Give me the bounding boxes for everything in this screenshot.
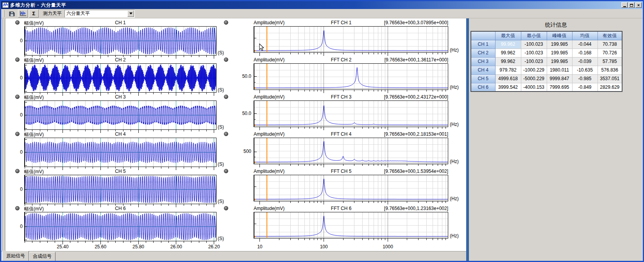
- stats-value-cell[interactable]: 576.836: [597, 66, 622, 74]
- stats-column-header[interactable]: 最小值: [521, 31, 547, 40]
- table-row: CH 54999.618-5000.2299999.847-0.9853537.…: [471, 74, 622, 83]
- channel-led[interactable]: [224, 132, 228, 136]
- freq-unit-label: (Hz): [450, 122, 459, 127]
- cursor-readout: [9.76563e+000,1.23163e+002]: [254, 206, 448, 211]
- channel-led[interactable]: [15, 20, 20, 25]
- stats-value-cell[interactable]: 70.726: [597, 48, 622, 57]
- stats-value-cell[interactable]: 99.962: [495, 57, 521, 66]
- waveform-icon: [20, 11, 27, 16]
- channel-led[interactable]: [224, 169, 228, 173]
- stats-value-cell[interactable]: -100.023: [521, 48, 547, 57]
- time-plot-ch1-canvas[interactable]: [24, 26, 216, 56]
- stats-value-cell[interactable]: -0.039: [572, 57, 597, 66]
- stats-value-cell[interactable]: -0.168: [572, 48, 597, 57]
- statistics-button[interactable]: Σ: [29, 9, 39, 18]
- freq-tick-row: [254, 127, 448, 130]
- stats-column-header[interactable]: 最大值: [495, 31, 521, 40]
- minimize-button[interactable]: [621, 2, 628, 8]
- time-plot-ch3-canvas[interactable]: [24, 100, 216, 130]
- freq-tick-row: [254, 201, 448, 205]
- stats-column-header[interactable]: 有效值: [597, 31, 622, 40]
- stats-value-cell[interactable]: 1980.011: [547, 66, 572, 74]
- fft-plot-ch2-canvas[interactable]: [254, 63, 448, 90]
- stats-value-cell[interactable]: 2829.629: [597, 83, 622, 92]
- stats-value-cell[interactable]: 199.985: [547, 40, 572, 48]
- stats-value-cell[interactable]: 70.738: [597, 40, 622, 48]
- cursor-readout: [9.76563e+000,2.18153e+001]: [254, 131, 448, 137]
- table-row: CH 4979.782-1000.2291980.011-10.635576.8…: [471, 66, 622, 74]
- stats-value-cell[interactable]: -0.044: [572, 40, 597, 48]
- stats-value-cell[interactable]: -1000.229: [521, 66, 547, 74]
- stats-value-cell[interactable]: -0.849: [572, 83, 597, 92]
- stats-row-header[interactable]: CH 1: [471, 40, 495, 48]
- stats-value-cell[interactable]: 199.985: [547, 57, 572, 66]
- time-plot-ch2-canvas[interactable]: [24, 63, 216, 93]
- time-plot-ch4-canvas[interactable]: [24, 138, 216, 167]
- stats-value-cell[interactable]: -100.023: [521, 57, 547, 66]
- maximize-button[interactable]: [628, 2, 635, 8]
- stats-corner-cell[interactable]: [471, 31, 495, 40]
- stats-value-cell[interactable]: 3537.051: [597, 74, 622, 83]
- save-icon: [9, 11, 15, 17]
- fft-plot-ch1-canvas[interactable]: [254, 26, 448, 53]
- toolbar-grip[interactable]: [3, 10, 4, 17]
- fft-plot-ch6-canvas[interactable]: [254, 212, 448, 239]
- channel-led[interactable]: [15, 206, 20, 210]
- save-button[interactable]: [7, 9, 17, 18]
- stats-value-cell[interactable]: -0.985: [572, 74, 597, 83]
- stats-value-cell[interactable]: 57.785: [597, 57, 622, 66]
- stats-value-cell[interactable]: -10.635: [572, 66, 597, 74]
- stats-value-cell[interactable]: 3999.542: [495, 83, 521, 92]
- stats-title: 统计信息: [469, 18, 643, 31]
- stats-value-cell[interactable]: 99.962: [495, 40, 521, 48]
- plots-area: 幅值(mV)CH 10(S)幅值(mV)CH 20(S)幅值(mV)CH 30(…: [1, 18, 466, 251]
- stats-value-cell[interactable]: 7999.695: [547, 83, 572, 92]
- channel-led[interactable]: [224, 95, 228, 99]
- stats-row-header[interactable]: CH 6: [471, 83, 495, 92]
- plot-title: CH 6: [24, 206, 216, 211]
- channel-led[interactable]: [15, 95, 20, 99]
- stats-value-cell[interactable]: 9999.847: [547, 74, 572, 83]
- tab-composite-signal[interactable]: 合成信号: [29, 252, 55, 261]
- splitter[interactable]: [466, 18, 469, 261]
- stats-row-header[interactable]: CH 3: [471, 57, 495, 66]
- stats-column-header[interactable]: 均值: [572, 31, 597, 40]
- window-controls: ×: [621, 2, 642, 8]
- close-button[interactable]: ×: [635, 2, 642, 8]
- plot-title: CH 4: [24, 131, 216, 137]
- plot-title: CH 2: [24, 57, 216, 63]
- stats-value-cell[interactable]: -4000.153: [521, 83, 547, 92]
- channel-led[interactable]: [224, 20, 228, 25]
- time-axis-tick-label: 26.20: [208, 244, 220, 249]
- combobox-dropdown-button[interactable]: [127, 11, 134, 17]
- channel-led[interactable]: [15, 132, 20, 136]
- plot-title: CH 3: [24, 94, 216, 100]
- titlebar[interactable]: 多维力分析 - 六分量天平 ×: [1, 1, 643, 9]
- tab-raw-signal[interactable]: 原始信号: [2, 251, 29, 261]
- stats-value-cell[interactable]: -5000.229: [521, 74, 547, 83]
- stats-value-cell[interactable]: 979.782: [495, 66, 521, 74]
- channel-led[interactable]: [15, 169, 20, 173]
- stats-column-header[interactable]: 峰峰值: [547, 31, 572, 40]
- fft-plot-ch5-canvas[interactable]: [254, 175, 448, 201]
- fft-plot-ch4-canvas[interactable]: [254, 138, 448, 164]
- stats-value-cell[interactable]: 99.962: [495, 48, 521, 57]
- stats-row-header[interactable]: CH 4: [471, 66, 495, 74]
- y-zero-label: 0: [15, 75, 23, 81]
- time-plot-ch5-canvas[interactable]: [24, 175, 216, 204]
- channel-led[interactable]: [15, 57, 20, 62]
- freq-unit-label: (Hz): [450, 159, 459, 164]
- stats-value-cell[interactable]: 199.985: [547, 48, 572, 57]
- time-unit-label: (S): [218, 162, 224, 167]
- stats-value-cell[interactable]: 4999.618: [495, 74, 521, 83]
- stats-panel: 统计信息 最大值最小值峰峰值均值有效值CH 199.962-100.023199…: [469, 18, 643, 261]
- channel-led[interactable]: [224, 206, 228, 210]
- time-plot-ch6-canvas[interactable]: [24, 212, 216, 241]
- stats-value-cell[interactable]: -100.023: [521, 40, 547, 48]
- channel-led[interactable]: [224, 57, 228, 62]
- waveform-view-button[interactable]: [18, 9, 28, 18]
- stats-row-header[interactable]: CH 5: [471, 74, 495, 83]
- device-combobox[interactable]: 六分量天平: [64, 10, 135, 18]
- fft-plot-ch3-canvas[interactable]: [254, 100, 448, 127]
- stats-row-header[interactable]: CH 2: [471, 48, 495, 57]
